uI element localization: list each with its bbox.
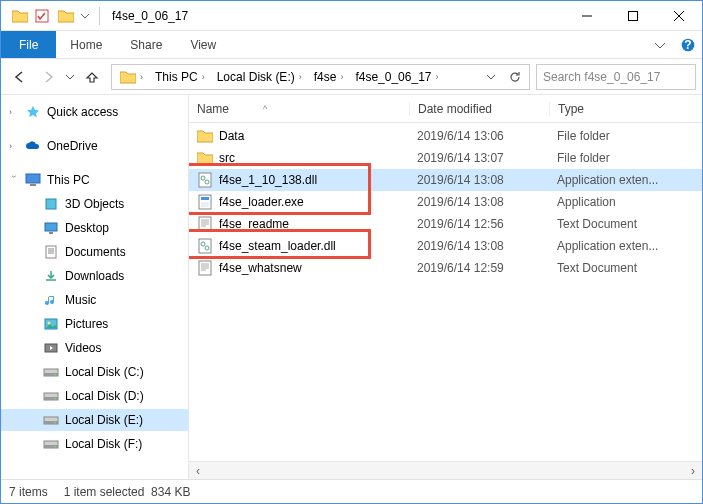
address-bar[interactable]: › This PC› Local Disk (E:)› f4se› f4se_0… — [111, 64, 530, 90]
sidebar-item-music[interactable]: Music — [1, 289, 188, 311]
minimize-button[interactable] — [564, 1, 610, 31]
window-controls — [564, 1, 702, 31]
file-name: f4se_1_10_138.dll — [219, 173, 317, 187]
header-name[interactable]: Name^ — [189, 102, 409, 116]
sidebar-item-onedrive[interactable]: › OneDrive — [1, 135, 188, 157]
address-dropdown[interactable] — [479, 65, 503, 89]
sidebar-item-documents[interactable]: Documents — [1, 241, 188, 263]
sidebar-item-label: Desktop — [65, 221, 109, 235]
new-folder-icon[interactable] — [55, 5, 77, 27]
horizontal-scrollbar[interactable]: ‹ › — [189, 461, 702, 479]
file-name: f4se_whatsnew — [219, 261, 302, 275]
sidebar-item-quickaccess[interactable]: › Quick access — [1, 101, 188, 123]
dropdown-icon[interactable] — [79, 5, 91, 27]
item-icon — [43, 436, 59, 452]
txt-icon — [197, 216, 213, 232]
chevron-right-icon[interactable]: › — [9, 141, 19, 151]
sidebar-item-label: Local Disk (D:) — [65, 389, 144, 403]
forward-button[interactable] — [35, 64, 61, 90]
file-row[interactable]: src2019/6/14 13:07File folder — [189, 147, 702, 169]
svg-text:?: ? — [684, 38, 691, 52]
properties-icon[interactable] — [31, 5, 53, 27]
search-input[interactable]: Search f4se_0_06_17 — [536, 64, 696, 90]
file-row[interactable]: f4se_loader.exe2019/6/14 13:08Applicatio… — [189, 191, 702, 213]
file-list[interactable]: Data2019/6/14 13:06File foldersrc2019/6/… — [189, 123, 702, 461]
folder-icon — [197, 150, 213, 166]
chevron-down-icon[interactable]: › — [9, 175, 19, 185]
sidebar-item-pictures[interactable]: Pictures — [1, 313, 188, 335]
header-type[interactable]: Type — [549, 102, 702, 116]
status-selected: 1 item selected 834 KB — [64, 485, 191, 499]
breadcrumb-thispc[interactable]: This PC› — [149, 70, 211, 84]
file-name: f4se_readme — [219, 217, 289, 231]
scroll-right-icon[interactable]: › — [684, 464, 702, 478]
folder-icon: › — [114, 70, 149, 84]
sidebar-item-downloads[interactable]: Downloads — [1, 265, 188, 287]
file-row[interactable]: Data2019/6/14 13:06File folder — [189, 125, 702, 147]
item-icon — [43, 388, 59, 404]
sidebar-item-label: Pictures — [65, 317, 108, 331]
item-icon — [43, 316, 59, 332]
sidebar-item-label: Local Disk (F:) — [65, 437, 142, 451]
item-icon — [43, 412, 59, 428]
chevron-right-icon[interactable]: › — [9, 107, 19, 117]
expand-ribbon-button[interactable] — [646, 31, 674, 58]
file-date: 2019/6/14 13:08 — [409, 195, 549, 209]
navbar: › This PC› Local Disk (E:)› f4se› f4se_0… — [1, 59, 702, 95]
sidebar-item-3d-objects[interactable]: 3D Objects — [1, 193, 188, 215]
sidebar-item-local-disk-f-[interactable]: Local Disk (F:) — [1, 433, 188, 455]
sidebar-item-thispc[interactable]: › This PC — [1, 169, 188, 191]
file-row[interactable]: f4se_steam_loader.dll2019/6/14 13:08Appl… — [189, 235, 702, 257]
tab-view[interactable]: View — [176, 31, 230, 58]
pc-icon — [25, 172, 41, 188]
txt-icon — [197, 260, 213, 276]
file-type: Text Document — [549, 217, 702, 231]
help-button[interactable]: ? — [674, 31, 702, 58]
sidebar-item-label: Downloads — [65, 269, 124, 283]
file-row[interactable]: f4se_whatsnew2019/6/14 12:59Text Documen… — [189, 257, 702, 279]
svg-rect-1 — [629, 11, 638, 20]
file-row[interactable]: f4se_1_10_138.dll2019/6/14 13:08Applicat… — [189, 169, 702, 191]
sidebar-item-videos[interactable]: Videos — [1, 337, 188, 359]
svg-rect-29 — [201, 197, 209, 200]
file-tab[interactable]: File — [1, 31, 56, 58]
sidebar-item-local-disk-e-[interactable]: Local Disk (E:) — [1, 409, 188, 431]
file-type: Application — [549, 195, 702, 209]
refresh-button[interactable] — [503, 65, 527, 89]
file-type: File folder — [549, 129, 702, 143]
item-icon — [43, 244, 59, 260]
close-button[interactable] — [656, 1, 702, 31]
svg-rect-6 — [46, 199, 56, 209]
sidebar-item-label: Local Disk (E:) — [65, 413, 143, 427]
folder-icon — [197, 128, 213, 144]
up-button[interactable] — [79, 64, 105, 90]
exe-icon — [197, 194, 213, 210]
status-count: 7 items — [9, 485, 48, 499]
recent-dropdown[interactable] — [63, 64, 77, 90]
scroll-left-icon[interactable]: ‹ — [189, 464, 207, 478]
file-row[interactable]: f4se_readme2019/6/14 12:56Text Document — [189, 213, 702, 235]
header-date[interactable]: Date modified — [409, 102, 549, 116]
breadcrumb-folder1[interactable]: f4se› — [308, 70, 350, 84]
svg-rect-25 — [199, 173, 211, 187]
item-icon — [43, 196, 59, 212]
file-date: 2019/6/14 13:07 — [409, 151, 549, 165]
svg-rect-5 — [30, 184, 36, 186]
file-name: f4se_loader.exe — [219, 195, 304, 209]
sidebar: › Quick access › OneDrive › This PC 3D O… — [1, 95, 189, 479]
tab-share[interactable]: Share — [116, 31, 176, 58]
sidebar-item-desktop[interactable]: Desktop — [1, 217, 188, 239]
file-name: src — [219, 151, 235, 165]
sidebar-item-label: Videos — [65, 341, 101, 355]
tab-home[interactable]: Home — [56, 31, 116, 58]
back-button[interactable] — [7, 64, 33, 90]
sidebar-item-local-disk-d-[interactable]: Local Disk (D:) — [1, 385, 188, 407]
svg-rect-20 — [44, 421, 58, 424]
dll-icon — [197, 238, 213, 254]
breadcrumb-folder2[interactable]: f4se_0_06_17› — [349, 70, 444, 84]
maximize-button[interactable] — [610, 1, 656, 31]
sidebar-item-label: Music — [65, 293, 96, 307]
breadcrumb-drive[interactable]: Local Disk (E:)› — [211, 70, 308, 84]
sidebar-item-local-disk-c-[interactable]: Local Disk (C:) — [1, 361, 188, 383]
svg-point-11 — [48, 322, 51, 325]
